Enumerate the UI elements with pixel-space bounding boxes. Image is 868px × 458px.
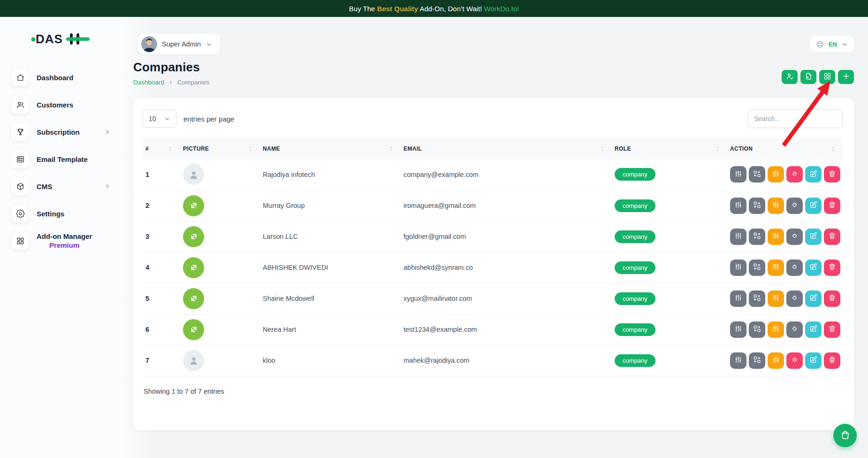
chevron-right-icon [104, 129, 111, 135]
sidebar-item-dashboard[interactable]: Dashboard [11, 69, 111, 86]
row-actions [730, 290, 843, 307]
users-icon [11, 96, 29, 114]
trophy-icon [11, 123, 29, 141]
sliders-icon [772, 294, 780, 303]
col-header-email[interactable]: EMAIL [401, 138, 612, 159]
sort-icon [247, 146, 253, 152]
switch-plan-button[interactable] [749, 290, 765, 307]
company-name: Rajodiya infotech [260, 159, 401, 190]
plan-button[interactable] [730, 229, 746, 245]
edit-button[interactable] [805, 352, 822, 369]
search-input[interactable] [748, 109, 843, 128]
delete-button[interactable] [824, 229, 840, 245]
purchase-fab-button[interactable] [833, 424, 857, 447]
delete-button[interactable] [824, 321, 840, 338]
page-toolbar [782, 70, 854, 84]
col-header-action[interactable]: ACTION [727, 138, 843, 159]
entries-per-page-select[interactable]: 10 [143, 110, 176, 128]
col-header-picture[interactable]: PICTURE [180, 138, 260, 159]
col-header-name[interactable]: NAME [260, 138, 401, 159]
sliders-icon [772, 356, 780, 365]
plan-button[interactable] [730, 260, 746, 276]
sidebar-item-cms[interactable]: CMS [11, 177, 111, 195]
delete-button[interactable] [824, 290, 840, 307]
col-header-index[interactable]: # [143, 138, 180, 159]
sliders-icon [772, 325, 780, 334]
login-toggle-button[interactable] [786, 321, 803, 338]
edit-button[interactable] [805, 321, 822, 338]
main-content: Super Admin EN Companies Dashboard Compa… [133, 17, 868, 458]
switch-plan-button[interactable] [749, 166, 765, 183]
user-name: Super Admin [162, 40, 201, 48]
edit-icon [809, 294, 817, 303]
login-toggle-button[interactable] [786, 290, 803, 307]
breadcrumb-dashboard-link[interactable]: Dashboard [133, 79, 164, 86]
edit-button[interactable] [805, 260, 822, 276]
switch-plan-button[interactable] [749, 352, 765, 369]
row-actions [730, 321, 843, 338]
storage-button[interactable] [768, 260, 784, 276]
user-menu[interactable]: Super Admin [138, 34, 220, 54]
row-actions [730, 260, 843, 276]
delete-button[interactable] [824, 166, 840, 183]
sidebar-item-customers[interactable]: Customers [11, 96, 111, 114]
language-selector[interactable]: EN [810, 36, 854, 53]
edit-button[interactable] [805, 198, 822, 214]
delete-button[interactable] [824, 260, 840, 276]
login-toggle-button[interactable] [786, 352, 803, 369]
switch-plan-button[interactable] [749, 229, 765, 245]
plan-button[interactable] [730, 198, 746, 214]
page-title: Companies [133, 60, 209, 75]
plan-button[interactable] [730, 321, 746, 338]
sliders-icon [772, 263, 780, 272]
plan-button[interactable] [730, 352, 746, 369]
export-button[interactable] [800, 70, 816, 84]
delete-button[interactable] [824, 198, 840, 214]
edit-button[interactable] [805, 229, 822, 245]
company-name: kloo [260, 345, 401, 376]
table-row: 2 Murray Group iromaguera@gmail.com comp… [143, 190, 843, 221]
banner-text-2: Add-On, Don’t Wait! [418, 5, 484, 13]
edit-button[interactable] [805, 166, 822, 183]
delete-button[interactable] [824, 352, 840, 369]
switch-plan-button[interactable] [749, 198, 765, 214]
banner-link[interactable]: WorkDo.Io! [484, 5, 519, 13]
grid-icon [823, 72, 831, 82]
company-email: mahek@rajodiya.com [401, 345, 612, 376]
switch-plan-button[interactable] [749, 260, 765, 276]
language-code: EN [829, 41, 837, 48]
sidebar-item-subscription[interactable]: Subscription [11, 123, 111, 141]
storage-button[interactable] [768, 198, 784, 214]
sliders-icon [734, 294, 742, 303]
sort-icon [388, 146, 394, 152]
storage-button[interactable] [768, 321, 784, 338]
grid-view-button[interactable] [819, 70, 835, 84]
sliders-icon [772, 170, 780, 179]
storage-button[interactable] [768, 290, 784, 307]
sidebar-item-email-template[interactable]: Email Template [11, 150, 111, 168]
brand-logo[interactable]: DAS [30, 31, 133, 48]
plan-switch-icon [753, 325, 761, 334]
login-toggle-button[interactable] [786, 166, 803, 183]
row-actions [730, 166, 843, 183]
plan-button[interactable] [730, 166, 746, 183]
sidebar-item-addon-manager[interactable]: Add-on Manager Premium [11, 232, 111, 250]
edit-button[interactable] [805, 290, 822, 307]
company-name: Murray Group [260, 190, 401, 221]
edit-icon [809, 232, 817, 241]
impersonate-user-button[interactable] [782, 70, 798, 84]
edit-icon [809, 356, 817, 365]
login-toggle-button[interactable] [786, 198, 803, 214]
sidebar-item-settings[interactable]: Settings [11, 205, 111, 222]
plan-button[interactable] [730, 290, 746, 307]
switch-plan-button[interactable] [749, 321, 765, 338]
add-company-button[interactable] [838, 70, 854, 84]
col-header-role[interactable]: ROLE [612, 138, 727, 159]
storage-button[interactable] [768, 229, 784, 245]
trash-icon [828, 294, 836, 303]
login-toggle-button[interactable] [786, 229, 803, 245]
storage-button[interactable] [768, 166, 784, 183]
login-toggle-button[interactable] [786, 260, 803, 276]
sort-icon [168, 146, 174, 152]
storage-button[interactable] [768, 352, 784, 369]
